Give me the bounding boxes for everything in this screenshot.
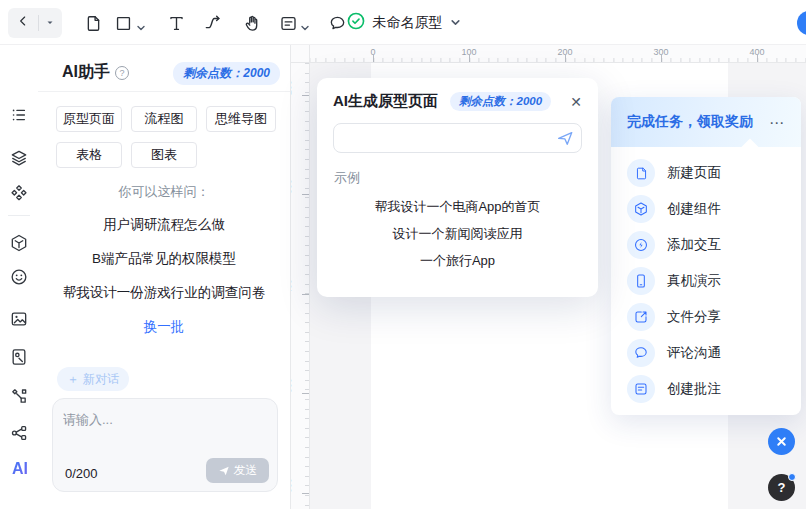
page-tool-icon[interactable] (83, 13, 103, 33)
components-icon[interactable] (9, 183, 29, 203)
ai-assistant-panel: AI助手 ? 剩余点数：2000 原型页面 流程图 思维导图 表格 图表 你可以… (38, 45, 291, 509)
refresh-suggestions-link[interactable]: 换一批 (38, 318, 290, 336)
task-rewards-panel: 完成任务，领取奖励 ⋯ 新建页面 创建组件 添加交互 真机演示 (611, 97, 801, 415)
chat-input[interactable] (63, 407, 263, 431)
back-dropdown-caret-icon[interactable] (45, 14, 55, 32)
chat-input-card: 0/200 发送 (52, 398, 278, 492)
example-item[interactable]: 设计一个新闻阅读应用 (317, 220, 598, 247)
back-button[interactable] (8, 8, 62, 38)
task-item-create-component[interactable]: 创建组件 (611, 191, 801, 227)
examples-label: 示例 (334, 169, 581, 187)
lightning-circle-icon (627, 231, 655, 259)
examples-list: 帮我设计一个电商App的首页 设计一个新闻阅读应用 一个旅行App (317, 193, 598, 274)
user-avatar[interactable] (797, 11, 806, 35)
back-arrow-icon[interactable] (15, 13, 31, 33)
task-panel-title: 完成任务，领取奖励 (627, 113, 753, 131)
design-file-icon[interactable] (9, 347, 29, 367)
comment-bubble-icon (627, 339, 655, 367)
pages-list-icon[interactable] (9, 105, 29, 125)
horizontal-ruler: 0 100 200 300 400 (310, 45, 806, 63)
task-panel-header: 完成任务，领取奖励 ⋯ (611, 97, 801, 147)
example-item[interactable]: 一个旅行App (317, 247, 598, 274)
document-title[interactable]: 未命名原型 (373, 14, 443, 32)
category-chip-flowchart[interactable]: 流程图 (131, 106, 197, 132)
task-item-device-preview[interactable]: 真机演示 (611, 263, 801, 299)
suggestion-hint: 你可以这样问： (38, 183, 290, 201)
task-item-comment[interactable]: 评论沟通 (611, 335, 801, 371)
ruler-label: 400 (749, 47, 764, 57)
close-x-icon (775, 435, 788, 448)
example-item[interactable]: 帮我设计一个电商App的首页 (317, 193, 598, 220)
title-caret-icon[interactable] (450, 14, 461, 32)
hand-tool-icon[interactable] (242, 13, 262, 33)
category-chip-table[interactable]: 表格 (56, 142, 122, 168)
ruler-label: 100 (461, 47, 476, 57)
text-tool-icon[interactable] (166, 13, 186, 33)
task-item-annotation[interactable]: 创建批注 (611, 371, 801, 407)
phone-icon (627, 267, 655, 295)
shape-tool-icon[interactable] (113, 13, 133, 33)
comment-tool-icon[interactable] (327, 13, 347, 33)
suggestion-item[interactable]: B端产品常见的权限模型 (38, 250, 290, 268)
flow-connector-tool-icon[interactable] (203, 13, 223, 33)
prompt-input[interactable] (333, 123, 582, 153)
more-icon[interactable]: ⋯ (769, 115, 785, 130)
divider (38, 15, 39, 31)
material-library-icon[interactable] (9, 233, 29, 253)
send-plane-icon (218, 465, 230, 477)
ruler-label: 0 (370, 47, 375, 57)
layers-icon[interactable] (9, 148, 29, 168)
notification-dot (788, 473, 796, 481)
share-export-icon (627, 303, 655, 331)
ruler-minor-ticks (305, 63, 309, 509)
top-toolbar: 未命名原型 (0, 0, 806, 45)
sidebar-divider (8, 215, 30, 216)
category-chip-mindmap[interactable]: 思维导图 (206, 106, 276, 132)
modal-input-wrap (333, 123, 582, 153)
modal-header: AI生成原型页面 剩余点数：2000 ✕ (317, 78, 598, 111)
ai-panel-header: AI助手 ? (62, 62, 129, 83)
ai-panel-title: AI助手 (62, 62, 110, 83)
ai-panel-toggle[interactable]: AI (7, 460, 33, 480)
modal-title: AI生成原型页面 (333, 92, 438, 111)
ruler-label: 200 (557, 47, 572, 57)
task-list: 新建页面 创建组件 添加交互 真机演示 文件分享 评论沟通 (611, 147, 801, 407)
ruler-label: 300 (653, 47, 668, 57)
note-tool-icon[interactable] (278, 13, 298, 33)
send-label: 发送 (234, 462, 258, 479)
note-tool-caret-icon[interactable] (300, 19, 310, 29)
emoji-icon[interactable] (9, 267, 29, 287)
category-chip-prototype[interactable]: 原型页面 (56, 106, 122, 132)
task-item-file-share[interactable]: 文件分享 (611, 299, 801, 335)
vector-pen-icon[interactable] (9, 386, 29, 406)
vertical-ruler: 200 300 400 500 600 (291, 63, 310, 509)
category-chip-chart[interactable]: 图表 (131, 142, 197, 168)
suggestion-item[interactable]: 帮我设计一份游戏行业的调查问卷 (38, 284, 290, 302)
dismiss-button[interactable] (768, 428, 795, 455)
task-item-new-page[interactable]: 新建页面 (611, 155, 801, 191)
send-plane-icon[interactable] (556, 129, 574, 147)
suggestion-item[interactable]: 用户调研流程怎么做 (38, 216, 290, 234)
char-counter: 0/200 (65, 466, 98, 481)
new-chat-button[interactable]: ＋ 新对话 (57, 367, 129, 391)
help-circle-icon[interactable]: ? (115, 66, 129, 80)
divider (38, 91, 290, 92)
app-window: 未命名原型 AI AI助手 ? 剩余点数：2000 原型页面 流程图 思维导图 … (0, 0, 806, 509)
saved-check-icon (346, 11, 366, 35)
share-nodes-icon[interactable] (9, 423, 29, 443)
send-button[interactable]: 发送 (206, 458, 269, 483)
points-badge: 剩余点数：2000 (450, 92, 551, 111)
left-icon-sidebar: AI (0, 45, 38, 509)
note-lines-icon (627, 375, 655, 403)
close-icon[interactable]: ✕ (570, 95, 582, 109)
image-icon[interactable] (9, 309, 29, 329)
shape-tool-caret-icon[interactable] (136, 19, 146, 29)
component-hexagon-icon (627, 195, 655, 223)
ruler-corner (291, 45, 310, 63)
page-icon (627, 159, 655, 187)
new-chat-label: 新对话 (83, 371, 119, 388)
task-item-add-interaction[interactable]: 添加交互 (611, 227, 801, 263)
ai-generate-modal: AI生成原型页面 剩余点数：2000 ✕ 示例 帮我设计一个电商App的首页 设… (317, 78, 598, 297)
ruler-minor-ticks (310, 58, 806, 62)
points-badge: 剩余点数：2000 (173, 62, 280, 85)
